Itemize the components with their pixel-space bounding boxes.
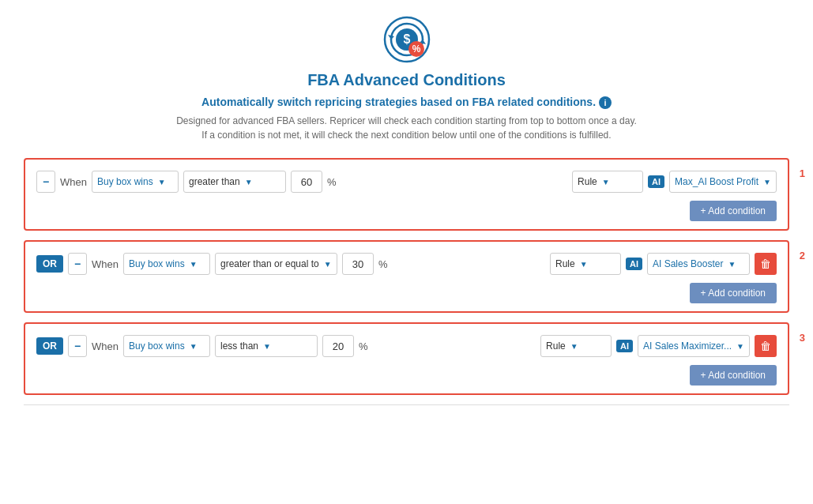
when-label-3: When [92,340,119,352]
chevron-down-icon: ▼ [263,342,271,351]
value-input-1[interactable] [291,171,322,193]
trash-icon: 🗑 [760,258,771,270]
metric-select-3[interactable]: Buy box wins ▼ [123,335,210,357]
value-input-3[interactable] [322,335,354,357]
condition-row-1: − When Buy box wins ▼ greater than ▼ % R… [36,171,777,193]
condition-select-2[interactable]: greater than or equal to ▼ [215,253,337,275]
collapse-button-3[interactable]: − [68,335,87,357]
percent-label-2: % [378,258,388,270]
collapse-button-1[interactable]: − [36,171,55,193]
metric-select-2[interactable]: Buy box wins ▼ [123,253,210,275]
svg-text:$: $ [403,32,410,46]
rule-name-select-2[interactable]: AI Sales Booster ▼ [647,253,750,275]
chevron-down-icon: ▼ [190,260,198,269]
chevron-down-icon: ▼ [763,178,771,186]
condition-row-3: OR − When Buy box wins ▼ less than ▼ % R… [36,335,777,357]
chevron-down-icon: ▼ [728,260,736,269]
add-condition-row-2: + Add condition [36,283,777,303]
when-label-1: When [60,176,87,188]
add-condition-button-1[interactable]: + Add condition [690,201,777,221]
trash-icon: 🗑 [760,340,771,352]
page-title: FBA Advanced Conditions [0,71,813,89]
chevron-down-icon: ▼ [580,260,588,269]
delete-button-3[interactable]: 🗑 [755,335,777,357]
chevron-down-icon: ▼ [158,178,166,186]
add-condition-row-3: + Add condition [36,365,777,386]
metric-select-1[interactable]: Buy box wins ▼ [92,171,179,193]
block-number-3: 3 [800,332,805,344]
add-condition-button-2[interactable]: + Add condition [690,283,777,303]
chevron-down-icon: ▼ [602,178,610,186]
header-icon: $ % [383,16,431,63]
chevron-down-icon: ▼ [736,342,744,351]
condition-row-2: OR − When Buy box wins ▼ greater than or… [36,253,777,275]
block-number-1: 1 [800,167,805,179]
chevron-down-icon: ▼ [324,260,332,269]
ai-badge-3: AI [616,340,633,352]
condition-select-1[interactable]: greater than ▼ [183,171,286,193]
or-label-2: OR [36,255,63,273]
condition-block-2: 2 OR − When Buy box wins ▼ greater than … [24,240,789,313]
rule-type-select-2[interactable]: Rule ▼ [550,253,621,275]
add-condition-button-3[interactable]: + Add condition [690,365,777,386]
chevron-down-icon: ▼ [245,178,253,186]
collapse-button-2[interactable]: − [68,253,87,275]
info-icon[interactable]: i [599,96,612,109]
condition-select-3[interactable]: less than ▼ [215,335,318,357]
ai-badge-1: AI [648,175,664,188]
rule-type-select-1[interactable]: Rule ▼ [572,171,643,193]
page-subtitle: Automatically switch repricing strategie… [0,96,813,109]
condition-block-1: 1 − When Buy box wins ▼ greater than ▼ % [24,158,789,231]
chevron-down-icon: ▼ [570,342,578,351]
page-header: $ % FBA Advanced Conditions Automaticall… [0,0,813,150]
block-number-2: 2 [800,250,805,261]
ai-badge-2: AI [626,258,642,270]
percent-label-3: % [359,340,368,352]
page-description: Designed for advanced FBA sellers. Repri… [0,114,813,142]
delete-button-2[interactable]: 🗑 [755,253,777,275]
add-condition-row-1: + Add condition [36,201,777,221]
when-label-2: When [92,258,119,270]
rule-type-select-3[interactable]: Rule ▼ [540,335,612,357]
svg-text:%: % [412,43,420,55]
chevron-down-icon: ▼ [190,342,198,351]
bottom-bar [24,404,789,405]
condition-block-3: 3 OR − When Buy box wins ▼ less than ▼ % [24,322,789,395]
rule-name-select-3[interactable]: AI Sales Maximizer... ▼ [638,335,750,357]
percent-label-1: % [327,176,337,188]
value-input-2[interactable] [342,253,374,275]
content-area: 1 − When Buy box wins ▼ greater than ▼ % [0,150,813,413]
or-label-3: OR [36,337,63,355]
rule-name-select-1[interactable]: Max_AI Boost Profit ▼ [669,171,777,193]
